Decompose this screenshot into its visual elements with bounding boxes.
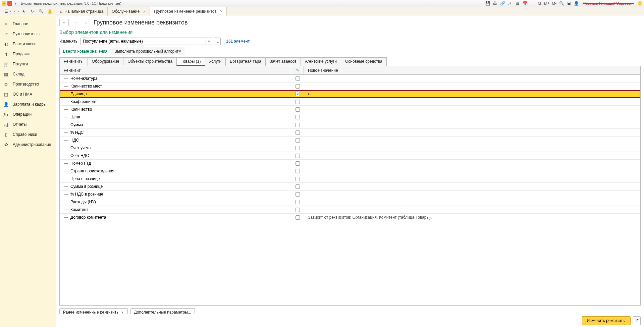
cell-new-value[interactable] [304,129,640,136]
table-row[interactable]: — % НДС в рознице [60,190,640,198]
collapse-icon[interactable]: — [64,184,67,189]
info-icon[interactable]: i [638,1,642,6]
change-combo[interactable]: ▾ [80,38,212,45]
cell-checkbox[interactable] [291,190,304,198]
mode-tab-algorithm[interactable]: Выполнить произвольный алгоритм [111,48,185,55]
cell-new-value[interactable] [304,144,640,152]
collapse-icon[interactable]: — [64,107,67,112]
close-icon[interactable]: × [220,9,223,14]
checkbox[interactable] [296,146,300,150]
checkbox[interactable] [296,184,300,189]
feature-tab[interactable]: Основные средства [341,57,387,66]
calculator-icon[interactable]: ▦ [514,1,520,6]
cell-new-value[interactable] [304,175,640,182]
cell-new-value[interactable] [304,152,640,159]
checkbox[interactable] [296,76,300,81]
collapse-icon[interactable]: — [64,99,67,104]
cell-checkbox[interactable] [291,75,304,82]
col-edit[interactable]: ✎ [291,66,304,74]
table-row[interactable]: — Счет НДС [60,152,640,160]
checkbox[interactable] [296,123,300,127]
cell-checkbox[interactable] [291,83,304,90]
zoom-icon[interactable]: 🔍 [558,1,565,6]
cell-new-value[interactable] [304,75,640,82]
layout-icon[interactable]: ▣ [566,1,572,6]
help-button[interactable]: ? [633,316,641,325]
collapse-icon[interactable]: — [64,215,67,220]
cell-new-value[interactable] [304,137,640,144]
feature-tab[interactable]: Реквизиты [59,57,88,66]
sidebar-item[interactable]: 📊Отчеты [0,119,56,129]
sidebar-item[interactable]: ◐Банк и касса [0,39,56,49]
favorite-star-icon[interactable]: ☆ [82,19,90,26]
cell-checkbox[interactable] [291,206,304,213]
feature-tab[interactable]: Услуги [205,57,226,66]
checkbox[interactable] [296,161,300,166]
table-row[interactable]: — Единица ✓ кг [60,90,640,98]
checkbox[interactable] [296,138,300,143]
table-row[interactable]: — НДС [60,137,640,144]
tab-maintenance[interactable]: Обслуживание × [108,7,150,16]
table-row[interactable]: — Договор комитента Зависит от реквизито… [60,214,640,221]
cell-checkbox[interactable] [291,129,304,136]
feature-tab[interactable]: Оборудование [88,57,124,66]
bell-icon[interactable]: 🔔 [46,8,53,15]
collapse-icon[interactable]: — [64,161,67,166]
tab-home[interactable]: ⌂ Начальная страница [56,7,108,16]
m-plus-button[interactable]: M+ [544,1,550,6]
app-menu-dropdown-icon[interactable]: ▾ [13,1,18,6]
cell-checkbox[interactable] [291,106,304,113]
collapse-icon[interactable]: — [64,84,67,89]
checkbox[interactable] [296,154,300,158]
cell-new-value[interactable]: кг [304,90,640,98]
cell-checkbox[interactable]: ✓ [291,90,304,98]
checkbox[interactable] [296,208,300,212]
table-row[interactable]: — Количество [60,106,640,113]
user-icon[interactable]: 👤 [573,1,579,6]
cell-checkbox[interactable] [291,167,304,175]
compare-icon[interactable]: ⇄ [507,1,513,6]
collapse-icon[interactable]: — [64,130,67,135]
table-row[interactable]: — Счет учета [60,144,640,152]
feature-tab[interactable]: Объекты строительства [123,57,177,66]
nav-forward-button[interactable]: → [71,19,80,26]
cell-new-value[interactable] [304,121,640,128]
collapse-icon[interactable]: — [64,192,67,197]
checkbox[interactable] [296,107,300,112]
table-row[interactable]: — Номер ГТД [60,160,640,167]
history-icon[interactable]: ↻ [29,8,36,15]
collapse-icon[interactable]: — [64,200,67,204]
checkbox[interactable] [296,100,300,104]
mode-tab-values[interactable]: Ввести новые значения [59,48,111,55]
sidebar-item[interactable]: ▦Склад [0,69,56,79]
sidebar-item[interactable]: ≡Главное [0,19,56,29]
cell-new-value[interactable] [304,83,640,90]
collapse-icon[interactable]: — [64,138,67,143]
collapse-icon[interactable]: — [64,92,67,96]
table-row[interactable]: — Цена в рознице [60,175,640,183]
apps-icon[interactable]: ⋮⋮⋮ [11,8,18,15]
sidebar-item[interactable]: ↗Руководителю [0,29,56,39]
collapse-icon[interactable]: — [64,176,67,181]
sidebar-item[interactable]: ⚙Производство [0,79,56,89]
collapse-icon[interactable]: — [64,76,67,81]
nav-back-button[interactable]: ← [59,19,69,26]
star-icon[interactable]: ★ [20,8,27,15]
cell-checkbox[interactable] [291,98,304,105]
user-name[interactable]: Абрамов Геннадий Сергеевич [583,1,634,5]
feature-tab[interactable]: Товары (1) [176,57,205,66]
checkbox[interactable] [296,130,300,135]
sidebar-item[interactable]: ДтОперации [0,109,56,119]
m-button[interactable]: M [536,1,542,6]
cell-checkbox[interactable] [291,214,304,221]
dropdown-icon[interactable]: ▾ [206,38,212,45]
collapse-icon[interactable]: — [64,153,67,158]
count-link[interactable]: 161 элемент [226,39,250,44]
table-body[interactable]: — Номенклатура — Количество мест — Едини… [60,75,640,305]
table-row[interactable]: — Количество мест [60,83,640,90]
cell-checkbox[interactable] [291,121,304,128]
search-icon[interactable]: 🔍 [38,8,44,15]
table-row[interactable]: — Цена [60,113,640,121]
cell-new-value[interactable] [304,206,640,213]
table-row[interactable]: — Сумма [60,121,640,129]
